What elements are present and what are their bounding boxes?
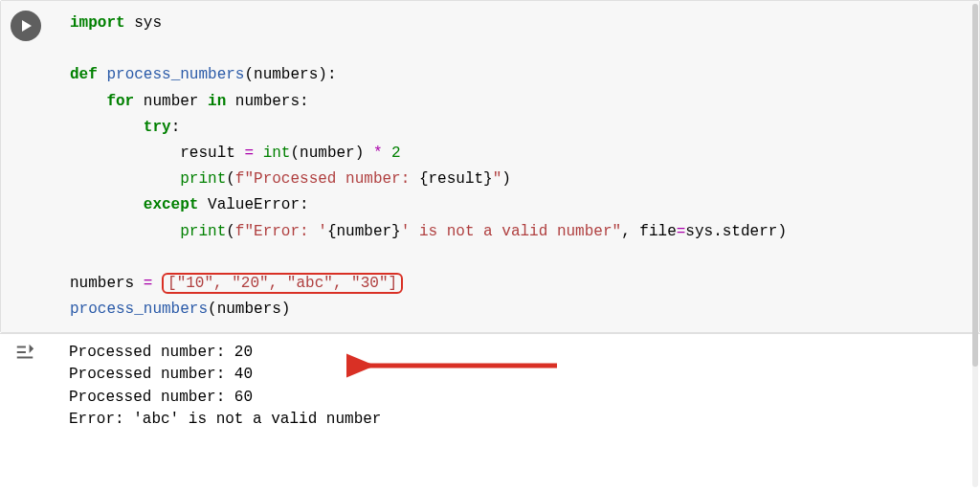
output-toggle-icon[interactable] [14,342,35,363]
out-line-2: Processed number: 40 [69,366,253,383]
sys-2: sys [685,223,713,240]
fstr-2a: "Error: ' [244,223,326,240]
svg-marker-0 [22,20,32,32]
kw-import: import [70,14,125,32]
var-number: number [144,93,199,110]
op-eq-3: = [144,275,153,292]
list-literal: ["10", "20", "abc", "30"] [167,275,397,292]
out-line-1: Processed number: 20 [69,344,253,361]
output-gutter [0,334,50,482]
op-star: * [373,145,383,162]
fstr-interp-1: {result} [419,170,493,188]
code-cell: import sys def process_numbers(numbers):… [0,0,980,333]
output-area: Processed number: 20 Processed number: 4… [0,333,980,482]
output-content: Processed number: 20 Processed number: 4… [50,334,980,482]
var-numbers-list: numbers [70,275,134,292]
mod-sys: sys [134,14,162,32]
fn-call: process_numbers [70,301,208,318]
code-editor[interactable]: import sys def process_numbers(numbers):… [51,1,979,332]
arg-numbers: numbers [254,66,318,83]
builtin-print-1: print [180,170,226,188]
code-gutter [1,1,51,332]
builtin-int: int [263,145,291,162]
lit-two: 2 [391,145,401,162]
highlighted-list: ["10", "20", "abc", "30"] [162,273,403,294]
kw-def: def [70,66,98,83]
op-eq: = [244,145,254,162]
call-arg: numbers [217,301,281,318]
f-prefix-1: f [235,170,245,188]
kw-for: for [106,93,134,110]
exc-valueerror: ValueError [208,196,300,213]
fstr-1b: " [493,170,502,188]
fstr-interp-2: {number} [327,223,401,240]
builtin-print-2: print [180,223,226,240]
stderr: stderr [723,223,778,240]
out-line-4: Error: 'abc' is not a valid number [69,411,381,428]
out-line-3: Processed number: 60 [69,389,253,406]
iter-numbers: numbers [235,93,300,110]
code-input-area: import sys def process_numbers(numbers):… [1,1,979,332]
int-arg: number [300,145,355,162]
arrow-annotation-icon [346,351,567,380]
kw-in: in [208,93,226,110]
kw-except: except [144,196,199,213]
scrollbar-thumb[interactable] [972,4,978,367]
fstr-1a: "Processed number: [244,170,418,188]
kw-try: try [144,119,171,136]
kw-file: file [639,223,676,240]
f-prefix-2: f [235,223,245,240]
vertical-scrollbar[interactable] [972,4,978,487]
op-eq-2: = [677,223,686,240]
run-button[interactable] [11,11,41,41]
fn-name: process_numbers [106,66,244,83]
fstr-2b: ' is not a valid number" [401,223,621,240]
var-result: result [180,145,235,162]
play-icon [18,18,33,33]
